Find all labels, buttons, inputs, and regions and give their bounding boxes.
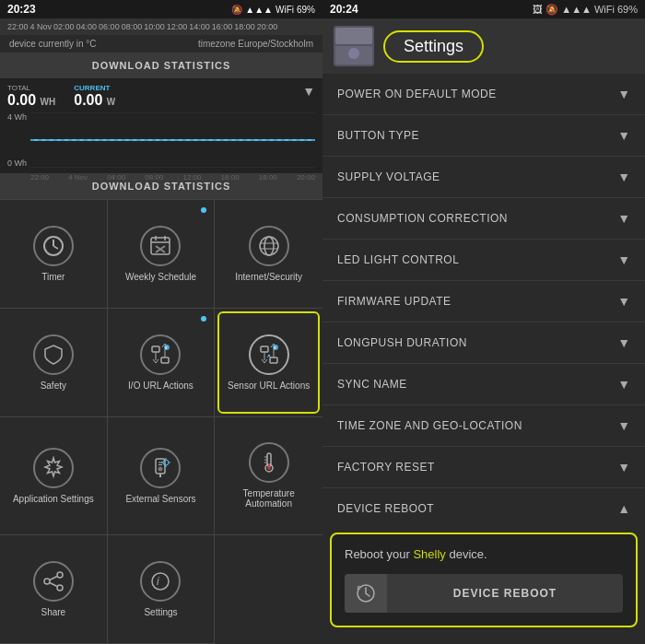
chart-stats: TOTAL 0.00 WH CURRENT 0.00 W xyxy=(7,84,115,109)
right-panel: 20:24 🖼 🔕 ▲▲▲ WiFi 69% Settings POWER ON… xyxy=(322,0,645,644)
settings-item-consumption-correction[interactable]: CONSUMPTION CORRECTION ▼ xyxy=(322,198,645,240)
silent-icon-right: 🔕 xyxy=(545,4,558,16)
longpush-duration-chevron: ▼ xyxy=(617,335,630,350)
date-label: 18:00 xyxy=(234,22,255,31)
date-label: 4 Nov xyxy=(30,22,53,31)
chart-area: TOTAL 0.00 WH CURRENT 0.00 W ▼ 4 Wh 0 Wh xyxy=(0,78,322,173)
settings-item-supply-voltage[interactable]: SUPPLY VOLTAGE ▼ xyxy=(322,157,645,198)
settings-item-power-on-default[interactable]: POWER ON DEFAULT MODE ▼ xyxy=(322,74,645,115)
settings-item-longpush-duration[interactable]: LONGPUSH DURATION ▼ xyxy=(322,322,645,364)
sensor-url-icon-circle: $ xyxy=(249,334,289,375)
current-value: 0.00 W xyxy=(74,92,115,109)
weekly-schedule-dot xyxy=(201,207,206,213)
reboot-clock-icon xyxy=(345,574,387,613)
settings-item-button-type[interactable]: BUTTON TYPE ▼ xyxy=(322,115,645,157)
wh-range: 4 Wh 0 Wh xyxy=(7,112,30,168)
firmware-update-label: FIRMWARE UPDATE xyxy=(337,295,452,308)
date-scroll-bar[interactable]: 22:00 4 Nov 02:00 04:00 06:00 08:00 10:0… xyxy=(0,18,322,35)
menu-item-safety[interactable]: Safety xyxy=(0,309,108,417)
reboot-text-before: Reboot your xyxy=(345,547,413,561)
settings-list[interactable]: POWER ON DEFAULT MODE ▼ BUTTON TYPE ▼ SU… xyxy=(322,74,645,644)
svg-rect-54 xyxy=(335,28,372,44)
date-label: 14:00 xyxy=(189,22,210,31)
io-url-icon-circle: $ xyxy=(140,334,181,375)
menu-item-io-url-actions[interactable]: $ I/O URL Actions xyxy=(108,309,216,417)
menu-item-external-sensors[interactable]: External Sensors xyxy=(108,417,216,536)
menu-item-internet-security[interactable]: Internet/Security xyxy=(215,200,322,309)
led-light-control-label: LED LIGHT CONTROL xyxy=(337,253,459,266)
date-label: 10:00 xyxy=(144,22,165,31)
supply-voltage-chevron: ▼ xyxy=(617,170,630,184)
external-sensors-icon-circle xyxy=(140,448,181,488)
total-label: TOTAL xyxy=(7,84,55,92)
reboot-description-text: Reboot your Shelly device. xyxy=(345,547,623,561)
share-icon-circle xyxy=(33,561,74,602)
settings-item-sync-name[interactable]: SYNC NAME ▼ xyxy=(322,364,645,405)
menu-item-application-settings[interactable]: Application Settings xyxy=(0,417,108,536)
download-statistics-top-button[interactable]: DOWNLOAD STATISTICS xyxy=(0,53,322,78)
svg-rect-17 xyxy=(152,346,159,352)
menu-item-settings[interactable]: i Settings xyxy=(108,535,216,644)
x-label: 16:00 xyxy=(221,173,240,181)
date-label: 04:00 xyxy=(76,22,98,31)
svg-point-31 xyxy=(158,466,163,471)
status-bar-left: 20:23 🔕 ▲▲▲ WiFi 69% xyxy=(0,0,322,18)
settings-item-firmware-update[interactable]: FIRMWARE UPDATE ▼ xyxy=(322,281,645,322)
chart-expand-chevron[interactable]: ▼ xyxy=(302,84,315,99)
timezone-label: timezone Europe/Stockholm xyxy=(198,39,313,49)
menu-grid: Timer Weekly Schedule xyxy=(0,199,322,644)
firmware-update-chevron: ▼ xyxy=(617,294,630,309)
longpush-duration-label: LONGPUSH DURATION xyxy=(337,336,467,349)
svg-point-48 xyxy=(57,585,63,591)
menu-item-temperature-automation[interactable]: Temperature Automation xyxy=(215,417,322,536)
device-reboot-chevron: ▲ xyxy=(617,501,630,516)
consumption-correction-label: CONSUMPTION CORRECTION xyxy=(337,212,508,225)
settings-item-factory-reset[interactable]: FACTORY RESET ▼ xyxy=(322,447,645,488)
settings-bottom-label: Settings xyxy=(144,607,177,617)
silent-icon: 🔕 xyxy=(231,5,242,15)
current-unit: W xyxy=(107,97,115,107)
settings-item-led-light-control[interactable]: LED LIGHT CONTROL ▼ xyxy=(322,240,645,281)
settings-title: Settings xyxy=(404,37,463,55)
status-icons-left: 🔕 ▲▲▲ WiFi 69% xyxy=(231,5,315,15)
device-info-row: device currently in °C timezone Europe/S… xyxy=(0,35,322,53)
power-on-default-label: POWER ON DEFAULT MODE xyxy=(337,88,497,100)
safety-label: Safety xyxy=(41,381,66,391)
menu-item-share[interactable]: Share xyxy=(0,535,108,644)
timer-icon-circle xyxy=(33,226,74,266)
led-light-control-chevron: ▼ xyxy=(617,252,630,267)
io-url-label: I/O URL Actions xyxy=(128,381,194,391)
menu-item-sensor-url-actions[interactable]: $ Sensor URL Actions xyxy=(215,309,322,417)
consumption-correction-chevron: ▼ xyxy=(617,211,630,226)
menu-item-weekly-schedule[interactable]: Weekly Schedule xyxy=(108,200,216,309)
svg-point-34 xyxy=(163,460,169,465)
total-stat: TOTAL 0.00 WH xyxy=(7,84,55,109)
left-panel: 20:23 🔕 ▲▲▲ WiFi 69% 22:00 4 Nov 02:00 0… xyxy=(0,0,322,644)
chart-svg-area: 22:00 4 Nov 04:00 08:00 12:00 16:00 18:0… xyxy=(30,112,315,168)
svg-point-47 xyxy=(57,572,63,578)
time-right: 20:24 xyxy=(330,3,358,16)
signal-icon: ▲▲▲ xyxy=(245,5,273,15)
factory-reset-chevron: ▼ xyxy=(617,460,630,474)
factory-reset-label: FACTORY RESET xyxy=(337,461,435,474)
svg-point-13 xyxy=(260,237,278,255)
settings-thumbnail xyxy=(334,26,374,66)
button-type-label: BUTTON TYPE xyxy=(337,129,419,142)
date-label: 22:00 xyxy=(7,22,29,31)
sensor-url-label: Sensor URL Actions xyxy=(228,381,310,391)
svg-rect-24 xyxy=(270,357,277,363)
svg-line-6 xyxy=(53,246,58,249)
share-label: Share xyxy=(41,607,65,617)
settings-item-device-reboot[interactable]: DEVICE REBOOT ▲ xyxy=(322,488,645,529)
date-label: 06:00 xyxy=(99,22,120,31)
timer-label: Timer xyxy=(41,272,64,282)
x-label: 18:00 xyxy=(259,173,277,181)
date-label: 02:00 xyxy=(53,22,75,31)
device-reboot-button[interactable]: DEVICE REBOOT xyxy=(345,574,623,613)
supply-voltage-label: SUPPLY VOLTAGE xyxy=(337,170,440,183)
safety-icon-circle xyxy=(33,334,74,375)
settings-item-time-zone-geo[interactable]: TIME ZONE AND GEO-LOCATION ▼ xyxy=(322,405,645,447)
photo-icon: 🖼 xyxy=(533,4,543,15)
menu-item-timer[interactable]: Timer xyxy=(0,200,108,309)
svg-point-14 xyxy=(264,237,274,255)
